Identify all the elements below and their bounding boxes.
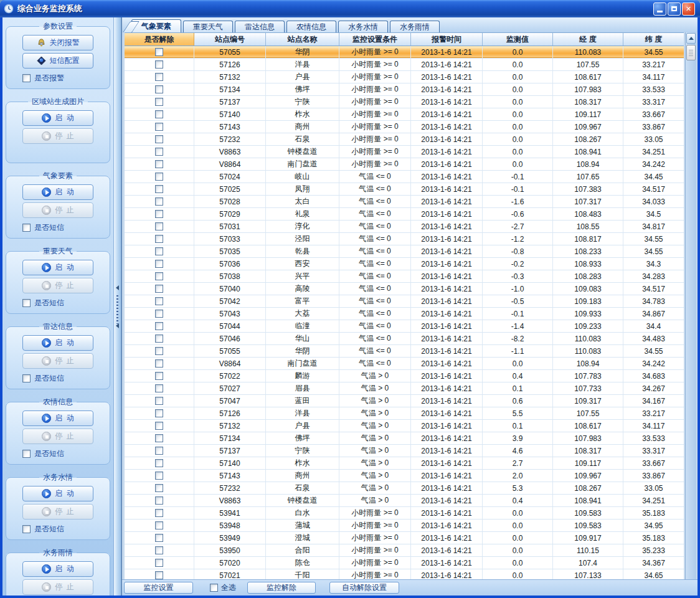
checkbox-是否短信[interactable] (22, 224, 31, 232)
table-row[interactable]: 53949澄城小时雨量 >= 02013-1-6 14:210.0109.917… (125, 532, 684, 544)
title-bar[interactable]: 综合业务监控系统 ✕ (0, 0, 700, 17)
splitter-grip[interactable] (116, 295, 118, 324)
release-checkbox[interactable] (155, 397, 163, 405)
table-row[interactable]: 57043大荔气温 <= 02013-1-6 14:21-0.1109.9333… (125, 308, 684, 320)
checkbox-是否短信[interactable] (22, 525, 31, 533)
release-checkbox[interactable] (155, 571, 163, 579)
stop-button-气象要素[interactable]: 停 止 (22, 202, 93, 218)
table-row[interactable]: 57137宁陕小时雨量 >= 02013-1-6 14:210.0108.317… (125, 96, 684, 108)
release-checkbox[interactable] (155, 484, 163, 492)
column-header-4[interactable]: 监控设置条件 (339, 33, 411, 45)
column-header-7[interactable]: 经 度 (553, 33, 623, 45)
column-header-6[interactable]: 监测值 (483, 33, 553, 45)
start-button-雷达信息[interactable]: 启 动 (22, 335, 93, 351)
column-header-1[interactable]: 是否解除 (125, 33, 194, 45)
table-row[interactable]: 57143商州气温 > 02013-1-6 14:212.0109.96733.… (125, 470, 684, 482)
start-button-水务水情[interactable]: 启 动 (22, 486, 93, 501)
release-checkbox[interactable] (155, 110, 163, 118)
table-row[interactable]: 57132户县气温 > 02013-1-6 14:210.1108.61734.… (125, 420, 684, 432)
sidebar-splitter[interactable] (114, 17, 121, 596)
monitor-setting-button[interactable]: 监控设置 (124, 582, 193, 594)
release-checkbox[interactable] (155, 73, 163, 81)
release-checkbox[interactable] (155, 496, 163, 505)
table-row[interactable]: 57126洋县小时雨量 >= 02013-1-6 14:210.0107.553… (125, 59, 684, 71)
table-row[interactable]: 57132户县小时雨量 >= 02013-1-6 14:210.0108.617… (125, 71, 684, 83)
start-button-重要天气[interactable]: 启 动 (22, 260, 93, 275)
table-row[interactable]: 57028太白气温 <= 02013-1-6 14:21-1.6107.3173… (125, 196, 684, 208)
table-row[interactable]: V8864南门盘道小时雨量 >= 02013-1-6 14:210.0108.9… (125, 158, 684, 171)
release-checkbox[interactable] (155, 422, 163, 430)
checkbox-是否短信[interactable] (22, 450, 31, 458)
start-button-农情信息[interactable]: 启 动 (22, 411, 93, 426)
table-row[interactable]: 57027眉县气温 > 02013-1-6 14:210.1107.73334.… (125, 382, 684, 395)
stop-button-水务水情[interactable]: 停 止 (22, 504, 93, 520)
table-row[interactable]: 57140柞水小时雨量 >= 02013-1-6 14:210.0109.117… (125, 108, 684, 121)
stop-button-区域站生成图片[interactable]: 停 止 (22, 128, 93, 144)
release-checkbox[interactable] (155, 409, 163, 417)
release-checkbox[interactable] (155, 135, 163, 143)
table-row[interactable]: 57020陈仓小时雨量 >= 02013-1-6 14:210.0107.434… (125, 557, 684, 569)
auto-release-setting-button[interactable]: 自动解除设置 (329, 582, 399, 594)
checkbox-是否短信[interactable] (22, 299, 31, 307)
release-checkbox[interactable] (155, 98, 163, 106)
stop-button-重要天气[interactable]: 停 止 (22, 278, 93, 293)
column-header-3[interactable]: 站点名称 (266, 33, 339, 45)
release-checkbox[interactable] (155, 509, 163, 517)
table-row[interactable]: 57232石泉气温 > 02013-1-6 14:215.3108.26733.… (125, 482, 684, 495)
table-row[interactable]: 57040高陵气温 <= 02013-1-6 14:21-1.0109.0833… (125, 283, 684, 295)
column-header-8[interactable]: 纬 度 (623, 33, 684, 45)
release-checkbox[interactable] (155, 60, 163, 69)
tab-农情信息[interactable]: 农情信息 (286, 21, 336, 32)
release-checkbox[interactable] (155, 310, 163, 318)
table-row[interactable]: 57143商州小时雨量 >= 02013-1-6 14:210.0109.967… (125, 121, 684, 133)
release-checkbox[interactable] (155, 85, 163, 93)
table-row[interactable]: V8863钟楼盘道气温 > 02013-1-6 14:210.4108.9413… (125, 495, 684, 507)
release-checkbox[interactable] (155, 123, 163, 131)
table-row[interactable]: 57140柞水气温 > 02013-1-6 14:212.7109.11733.… (125, 457, 684, 470)
tab-雷达信息[interactable]: 雷达信息 (235, 21, 285, 32)
release-checkbox[interactable] (155, 322, 163, 330)
checkbox-是否报警[interactable] (22, 74, 31, 82)
table-row[interactable]: 57033泾阳气温 <= 02013-1-6 14:21-1.2108.8173… (125, 233, 684, 245)
table-row[interactable]: 57036西安气温 <= 02013-1-6 14:21-0.2108.9333… (125, 258, 684, 270)
tab-重要天气[interactable]: 重要天气 (183, 21, 233, 32)
sms-config-button[interactable]: 短信配置 (22, 53, 93, 69)
tab-水务水情[interactable]: 水务水情 (338, 21, 388, 32)
table-row[interactable]: 57126洋县气温 > 02013-1-6 14:215.5107.5533.2… (125, 407, 684, 420)
release-checkbox[interactable] (155, 48, 163, 56)
select-all-checkbox[interactable] (210, 584, 218, 592)
table-row[interactable]: V8864南门盘道气温 <= 02013-1-6 14:210.0108.943… (125, 358, 684, 370)
table-row[interactable]: 57025凤翔气温 <= 02013-1-6 14:21-0.1107.3833… (125, 183, 684, 196)
release-checkbox[interactable] (155, 235, 163, 243)
table-row[interactable]: 57055华阴气温 <= 02013-1-6 14:21-1.1110.0833… (125, 345, 684, 358)
release-checkbox[interactable] (155, 359, 163, 368)
maximize-button[interactable] (668, 2, 681, 16)
release-checkbox[interactable] (155, 534, 163, 542)
release-checkbox[interactable] (155, 335, 163, 343)
release-checkbox[interactable] (155, 546, 163, 554)
release-checkbox[interactable] (155, 384, 163, 392)
collapse-left-arrows-icon[interactable] (116, 285, 119, 290)
table-row[interactable]: 57042富平气温 <= 02013-1-6 14:21-0.5109.1833… (125, 295, 684, 308)
release-checkbox[interactable] (155, 521, 163, 529)
stop-button-农情信息[interactable]: 停 止 (22, 429, 93, 444)
release-checkbox[interactable] (155, 173, 163, 181)
table-row[interactable]: 53941白水小时雨量 >= 02013-1-6 14:210.0109.583… (125, 507, 684, 520)
table-row[interactable]: 57021千阳小时雨量 >= 02013-1-6 14:210.0107.133… (125, 569, 684, 579)
scroll-up-button[interactable] (686, 33, 696, 44)
table-row[interactable]: 57044临潼气温 <= 02013-1-6 14:21-1.4109.2333… (125, 320, 684, 333)
scrollbar-thumb[interactable] (686, 45, 696, 60)
stop-button-雷达信息[interactable]: 停 止 (22, 353, 93, 369)
start-button-气象要素[interactable]: 启 动 (22, 184, 93, 200)
table-row[interactable]: 57055华阴小时雨量 >= 02013-1-6 14:210.0110.083… (125, 46, 684, 59)
table-row[interactable]: 57134佛坪气温 > 02013-1-6 14:213.9107.98333.… (125, 432, 684, 445)
close-button[interactable]: ✕ (682, 2, 695, 16)
column-header-5[interactable]: 报警时间 (411, 33, 483, 45)
start-button-水务雨情[interactable]: 启 动 (22, 561, 93, 577)
release-checkbox[interactable] (155, 447, 163, 455)
release-checkbox[interactable] (155, 472, 163, 480)
table-row[interactable]: 57029礼泉气温 <= 02013-1-6 14:21-0.6108.4833… (125, 208, 684, 221)
close-alarm-button[interactable]: 关闭报警 (22, 35, 93, 50)
table-row[interactable]: 57022麟游气温 > 02013-1-6 14:210.4107.78334.… (125, 370, 684, 382)
checkbox-是否短信[interactable] (22, 374, 31, 382)
